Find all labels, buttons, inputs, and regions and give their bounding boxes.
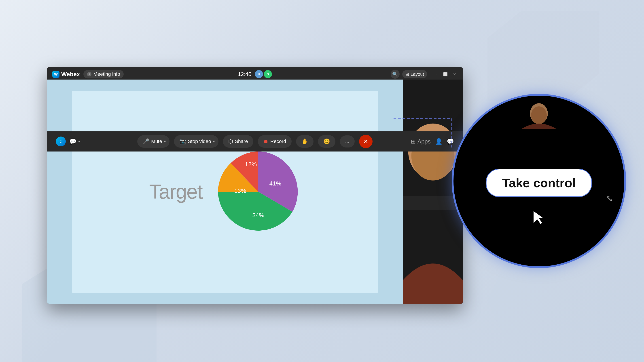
- camera-icon: 📷: [179, 138, 186, 145]
- toolbar-right: ⊞ Apps 👤 💬: [411, 138, 454, 145]
- participants-button[interactable]: 👤: [435, 138, 442, 145]
- stop-video-button[interactable]: 📷 Stop video ▾: [174, 135, 218, 148]
- slide-content: Target: [72, 91, 378, 293]
- more-button[interactable]: ...: [340, 135, 355, 147]
- titlebar-right: 🔍 ⊞ Layout − ⬜ ✕: [391, 70, 458, 79]
- search-button[interactable]: 🔍: [391, 70, 400, 79]
- mute-button[interactable]: 🎤 Mute ▾: [137, 135, 170, 148]
- window-controls: − ⬜ ✕: [433, 71, 458, 77]
- layout-icon: ⊞: [406, 71, 409, 77]
- avatar-1: U: [255, 70, 263, 78]
- titlebar: W Webex i Meeting info 12:40 U S 🔍 ⊞ Lay…: [47, 67, 463, 81]
- bg-decoration-3: [488, 261, 577, 340]
- cursor-area: [531, 208, 547, 226]
- zoom-overlay: Take control ⤡: [452, 94, 626, 268]
- chat-button[interactable]: 💬 ▾: [69, 138, 80, 145]
- close-button[interactable]: ✕: [451, 71, 458, 77]
- pie-label-green: 34%: [252, 212, 264, 219]
- avatar-2: S: [264, 70, 272, 78]
- webex-logo: W Webex: [52, 71, 80, 78]
- share-button[interactable]: ⬡ Share: [223, 135, 253, 148]
- apps-button[interactable]: ⊞ Apps: [411, 138, 431, 145]
- stop-video-label: Stop video: [188, 139, 211, 144]
- main-split: Target: [47, 79, 463, 304]
- pie-label-purple: 41%: [269, 180, 281, 187]
- zoom-overlay-inner: Take control: [486, 169, 592, 226]
- zoom-person-preview: [516, 102, 561, 130]
- stop-video-arrow: ▾: [213, 139, 215, 144]
- slide-title: Target: [149, 180, 202, 203]
- reactions-button[interactable]: ✋: [296, 135, 314, 148]
- apps-label: Apps: [418, 138, 431, 145]
- participants-icon: 👤: [435, 138, 442, 145]
- slide-area: Target: [47, 79, 403, 304]
- toolbar: ○ 💬 ▾ 🎤 Mute ▾ 📷 Stop video ▾ ⬡ Share: [47, 131, 463, 151]
- cursor-icon: [531, 208, 547, 226]
- emoji-icon: 😊: [323, 138, 330, 145]
- meeting-info-button[interactable]: i Meeting info: [84, 70, 124, 78]
- chat-toolbar-button[interactable]: 💬: [447, 138, 454, 145]
- pie-chart: 41% 34% 13% 12%: [216, 149, 301, 234]
- avatar-group: U S: [255, 70, 272, 78]
- chat-icon: 💬: [69, 138, 76, 145]
- loading-indicator: ○: [56, 137, 66, 146]
- record-button[interactable]: ⏺ Record: [258, 135, 292, 148]
- apps-grid-icon: ⊞: [411, 138, 416, 145]
- titlebar-left: W Webex i Meeting info: [52, 70, 124, 78]
- info-icon: i: [87, 72, 92, 76]
- expand-icon: ⤡: [606, 194, 613, 204]
- pie-chart-container: 41% 34% 13% 12%: [216, 149, 301, 234]
- webex-logo-text: Webex: [61, 71, 80, 78]
- emoji-button[interactable]: 😊: [318, 135, 336, 148]
- search-icon: 🔍: [392, 71, 398, 77]
- pie-label-orange: 13%: [234, 187, 246, 194]
- zoom-person-svg: [516, 102, 561, 129]
- share-label: Share: [235, 139, 248, 144]
- share-icon: ⬡: [228, 138, 233, 145]
- time-display: 12:40: [238, 71, 251, 77]
- bg-decoration-1: [488, 11, 599, 100]
- webex-logo-icon: W: [52, 71, 60, 78]
- layout-button[interactable]: ⊞ Layout: [402, 70, 427, 78]
- mic-icon: 🎤: [143, 138, 149, 145]
- chat-bubble-icon: 💬: [447, 138, 454, 145]
- minimize-button[interactable]: −: [433, 71, 440, 77]
- end-call-button[interactable]: ✕: [359, 135, 372, 148]
- end-call-icon: ✕: [363, 138, 368, 145]
- svg-point-28: [531, 106, 547, 124]
- viewing-area: You're viewing Umar Patel's Local onboar…: [47, 119, 463, 304]
- svg-marker-29: [533, 211, 544, 224]
- take-control-large-button[interactable]: Take control: [486, 169, 592, 197]
- record-icon: ⏺: [263, 138, 268, 145]
- loading-icon: ○: [59, 139, 62, 144]
- record-label: Record: [270, 139, 286, 144]
- pie-label-red: 12%: [245, 161, 257, 168]
- mute-label: Mute: [151, 139, 162, 144]
- meeting-info-label: Meeting info: [93, 71, 120, 77]
- mute-arrow: ▾: [164, 139, 166, 144]
- restore-button[interactable]: ⬜: [442, 71, 448, 77]
- webex-window: W Webex i Meeting info 12:40 U S 🔍 ⊞ Lay…: [47, 67, 463, 304]
- hand-icon: ✋: [302, 138, 308, 145]
- chat-chevron: ▾: [78, 139, 80, 144]
- titlebar-center: 12:40 U S: [238, 70, 272, 78]
- more-label: ...: [345, 139, 349, 144]
- layout-label: Layout: [410, 72, 424, 77]
- toolbar-left: ○ 💬 ▾: [56, 137, 80, 146]
